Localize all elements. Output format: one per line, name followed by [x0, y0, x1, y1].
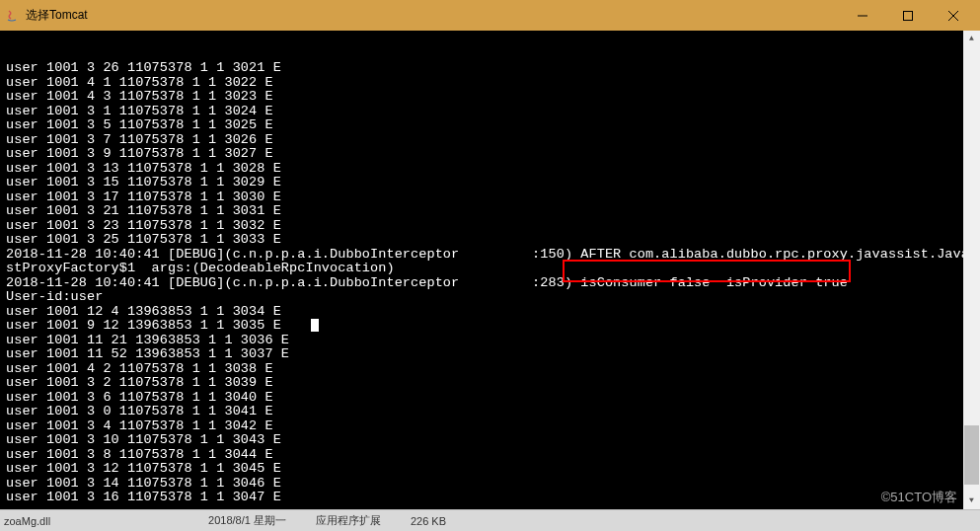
log-line: stProxyFactory$1 args:(DecodeableRpcInvo… — [6, 262, 980, 276]
vertical-scrollbar[interactable]: ▲ ▼ — [963, 31, 980, 509]
log-line: user 1001 3 10 11075378 1 1 3043 E — [6, 433, 980, 448]
minimize-button[interactable] — [840, 0, 885, 31]
status-bar: zoaMg.dll 2018/8/1 星期一 应用程序扩展 226 KB — [0, 509, 980, 531]
log-line: user 1001 3 13 11075378 1 1 3028 E — [6, 162, 980, 177]
watermark: ©51CTO博客 — [878, 488, 960, 507]
console-output[interactable]: user 1001 3 26 11075378 1 1 3021 Euser 1… — [0, 31, 980, 509]
log-line: user 1001 4 3 11075378 1 1 3023 E — [6, 90, 980, 105]
status-filename: zoaMg.dll — [4, 515, 50, 527]
log-line: user 1001 3 0 11075378 1 1 3041 E — [6, 405, 980, 419]
close-button[interactable] — [931, 0, 976, 31]
app-window: 选择Tomcat user 1001 3 26 11075378 1 1 302… — [0, 0, 980, 531]
log-line: user 1001 3 17 11075378 1 1 3030 E — [6, 190, 980, 205]
log-line: User-id:user — [6, 290, 980, 305]
log-line: user 1001 3 16 11075378 1 1 3047 E — [6, 491, 980, 505]
maximize-button[interactable] — [885, 0, 931, 31]
svg-rect-1 — [904, 11, 913, 20]
java-icon — [4, 8, 20, 24]
log-line: user 1001 11 21 13963853 1 1 3036 E — [6, 334, 980, 348]
log-line: user 1001 3 12 11075378 1 1 3045 E — [6, 462, 980, 477]
log-line: user 1001 3 7 11075378 1 1 3026 E — [6, 133, 980, 148]
log-line: user 1001 3 14 11075378 1 1 3046 E — [6, 477, 980, 492]
log-line: user 1001 3 26 11075378 1 1 3021 E — [6, 61, 980, 76]
log-line: user 1001 3 25 11075378 1 1 3033 E — [6, 233, 980, 248]
log-line: 2018-11-28 10:40:41 [DEBUG](c.n.p.p.a.i.… — [6, 276, 980, 291]
log-line: user 1001 3 2 11075378 1 1 3039 E — [6, 376, 980, 391]
log-line: 2018-11-28 10:40:41 [DEBUG](c.n.p.p.a.i.… — [6, 248, 980, 263]
log-line: user 1001 3 15 11075378 1 1 3029 E — [6, 176, 980, 190]
status-type: 应用程序扩展 — [316, 513, 381, 528]
log-line: user 1001 4 1 11075378 1 1 3022 E — [6, 76, 980, 91]
scroll-down-button[interactable]: ▼ — [963, 493, 980, 509]
title-bar[interactable]: 选择Tomcat — [0, 0, 980, 31]
log-line: user 1001 3 6 11075378 1 1 3040 E — [6, 391, 980, 406]
status-size: 226 KB — [411, 515, 446, 527]
log-line: user 1001 3 5 11075378 1 1 3025 E — [6, 118, 980, 133]
scroll-up-button[interactable]: ▲ — [963, 31, 980, 47]
log-line: user 1001 3 9 11075378 1 1 3027 E — [6, 147, 980, 162]
log-line: user 1001 3 8 11075378 1 1 3044 E — [6, 448, 980, 463]
window-title: 选择Tomcat — [26, 7, 840, 24]
log-line: user 1001 3 1 11075378 1 1 3024 E — [6, 105, 980, 119]
text-cursor — [311, 319, 319, 332]
log-line: user 1001 3 21 11075378 1 1 3031 E — [6, 204, 980, 219]
log-line: user 1001 12 4 13963853 1 1 3034 E — [6, 305, 980, 320]
log-line: user 1001 4 2 11075378 1 1 3038 E — [6, 362, 980, 377]
scroll-thumb[interactable] — [964, 425, 979, 485]
log-line: user 1001 3 23 11075378 1 1 3032 E — [6, 219, 980, 234]
log-line: user 1001 11 52 13963853 1 1 3037 E — [6, 347, 980, 362]
log-line: user 1001 3 4 11075378 1 1 3042 E — [6, 419, 980, 434]
window-controls — [840, 0, 976, 31]
status-date: 2018/8/1 星期一 — [208, 513, 286, 528]
log-line: user 1001 9 12 13963853 1 1 3035 E — [6, 319, 980, 334]
